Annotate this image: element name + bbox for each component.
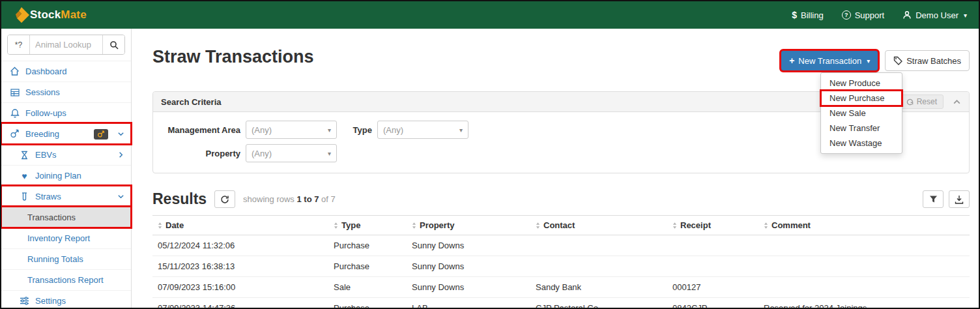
sidebar-item-transactions-report[interactable]: Transactions Report: [1, 269, 131, 290]
sidebar-item-sessions[interactable]: Sessions: [1, 81, 131, 102]
caret-down-icon: ▾: [867, 57, 870, 65]
dollar-icon: $: [792, 10, 797, 20]
new-transaction-dropdown: New Produce New Purchase New Sale New Tr…: [820, 72, 902, 154]
sort-icon: [412, 222, 416, 229]
caret-down-icon: ▾: [459, 126, 463, 134]
column-header-receipt[interactable]: Receipt: [667, 216, 758, 235]
table-row[interactable]: 07/09/2023 15:16:00 Sale Sunny Downs San…: [152, 277, 970, 298]
menu-item-new-sale[interactable]: New Sale: [821, 106, 902, 121]
breeding-badge: [94, 129, 108, 140]
chevron-right-icon: [117, 151, 124, 158]
sidebar-item-settings[interactable]: Settings: [1, 290, 131, 309]
sidebar-item-transactions[interactable]: Transactions: [1, 207, 131, 228]
sidebar-item-inventory-report[interactable]: Inventory Report: [1, 228, 131, 248]
question-circle-icon: ?: [842, 10, 851, 20]
search-icon[interactable]: [102, 35, 124, 54]
type-select[interactable]: (Any)▾: [377, 121, 468, 139]
top-navbar: StockMate $ Billing ? Support Demo User …: [1, 1, 979, 29]
animal-lookup-input[interactable]: [30, 35, 102, 54]
sidebar-item-breeding[interactable]: Breeding: [1, 123, 131, 144]
column-header-property[interactable]: Property: [407, 216, 530, 235]
column-header-type[interactable]: Type: [328, 216, 407, 235]
sort-icon: [334, 222, 338, 229]
sidebar-item-dashboard[interactable]: Dashboard: [1, 61, 131, 81]
menu-item-new-purchase[interactable]: New Purchase: [821, 91, 902, 106]
user-menu[interactable]: Demo User ▾: [902, 10, 967, 20]
plus-icon: +: [789, 55, 794, 66]
sort-icon: [672, 222, 677, 229]
menu-item-new-wastage[interactable]: New Wastage: [821, 136, 902, 151]
panel-title: Search Criteria: [161, 97, 222, 107]
column-header-contact[interactable]: Contact: [530, 216, 667, 235]
sidebar-item-followups[interactable]: Follow-ups: [1, 102, 131, 123]
results-title: Results: [152, 190, 207, 208]
undo-icon: [906, 98, 914, 106]
table-row[interactable]: 07/09/2023 14:47:36 Purchase LAB CJP Pas…: [152, 298, 970, 308]
sort-icon: [764, 222, 768, 229]
refresh-button[interactable]: [214, 190, 235, 208]
column-header-date[interactable]: Date: [152, 216, 328, 235]
breeding-gender-icon: [9, 129, 20, 139]
tag-icon: [893, 56, 902, 65]
brand-text: StockMate: [30, 8, 87, 22]
sidebar-item-running-totals[interactable]: Running Totals: [1, 248, 131, 269]
table-icon: [9, 88, 20, 97]
sidebar-item-joining-plan[interactable]: ♥ Joining Plan: [1, 165, 131, 186]
sidebar-item-straws[interactable]: Straws: [1, 186, 131, 207]
main-content: Straw Transactions + New Transaction ▾ S…: [132, 29, 979, 308]
straw-vial-icon: [19, 192, 30, 201]
page-title: Straw Transactions: [152, 47, 314, 67]
sliders-icon: [19, 297, 30, 305]
property-select[interactable]: (Any)▾: [246, 144, 337, 162]
results-table: Date Type Property Contact Receipt: [152, 215, 970, 308]
menu-item-new-transfer[interactable]: New Transfer: [821, 121, 902, 136]
caret-down-icon: ▾: [328, 126, 331, 134]
straw-batches-button[interactable]: Straw Batches: [885, 50, 970, 71]
showing-rows-text: showing rows 1 to 7 of 7: [243, 194, 336, 204]
sidebar-item-ebvs[interactable]: EBVs: [1, 144, 131, 165]
stockmate-logo-icon: [13, 7, 30, 23]
wildcard-button[interactable]: *?: [8, 35, 30, 54]
user-icon: [902, 10, 912, 20]
sort-icon: [158, 222, 162, 229]
animal-lookup-group: *?: [7, 35, 125, 55]
type-label: Type: [342, 125, 372, 135]
caret-down-icon: ▾: [328, 150, 331, 157]
home-icon: [9, 66, 20, 76]
sidebar: *? Dashboard Sessions Follow-u: [1, 29, 132, 308]
chevron-down-icon: [117, 193, 124, 200]
download-button[interactable]: [949, 190, 970, 208]
bell-icon: [9, 108, 20, 118]
billing-link[interactable]: $ Billing: [792, 10, 823, 20]
chevron-down-icon: ▾: [964, 12, 967, 19]
property-label: Property: [161, 149, 240, 158]
new-transaction-button[interactable]: + New Transaction ▾: [781, 50, 878, 71]
column-header-comment[interactable]: Comment: [758, 216, 970, 235]
support-link[interactable]: ? Support: [842, 10, 885, 20]
collapse-chevron-icon[interactable]: [953, 98, 961, 106]
management-area-label: Management Area: [161, 125, 240, 135]
table-row[interactable]: 05/12/2024 11:32:06 Purchase Sunny Downs: [152, 235, 970, 256]
table-row[interactable]: 15/11/2023 16:38:13 Purchase Sunny Downs: [152, 256, 970, 277]
menu-item-new-produce[interactable]: New Produce: [821, 76, 902, 91]
chevron-down-icon: [117, 130, 124, 138]
filter-button[interactable]: [923, 190, 944, 208]
hourglass-icon: [19, 151, 30, 160]
reset-button[interactable]: Reset: [900, 95, 944, 109]
sort-icon: [536, 222, 540, 229]
management-area-select[interactable]: (Any)▾: [246, 121, 337, 139]
heart-icon: ♥: [19, 171, 30, 181]
